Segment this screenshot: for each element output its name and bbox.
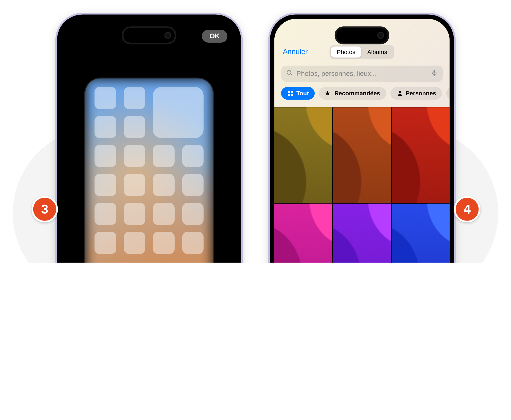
filter-chip-row: Tout ★ Recommandées Personnes 🐾 A (281, 87, 450, 100)
app-icon-placeholder (94, 87, 116, 109)
chip-people[interactable]: Personnes (390, 87, 442, 100)
chip-label: Tout (296, 90, 309, 97)
search-placeholder: Photos, personnes, lieux... (296, 70, 377, 78)
search-icon (286, 70, 293, 78)
svg-line-1 (290, 74, 292, 75)
svg-rect-6 (288, 94, 290, 96)
photo-thumbnail[interactable] (392, 204, 450, 263)
segment-photos[interactable]: Photos (331, 46, 361, 58)
step-badge-3: 3 (31, 196, 58, 222)
photo-grid (274, 107, 450, 263)
step-badge-4: 4 (454, 196, 480, 222)
photo-picker-sheet: Annuler Photos Albums Photos, personnes,… (274, 19, 450, 263)
widget-placeholder (153, 87, 203, 138)
cancel-button[interactable]: Annuler (283, 48, 308, 56)
microphone-icon[interactable] (431, 69, 438, 79)
photo-thumbnail[interactable] (392, 107, 450, 203)
chip-all[interactable]: Tout (281, 87, 315, 100)
photo-thumbnail[interactable] (333, 107, 391, 203)
svg-rect-2 (434, 70, 435, 74)
phone-mockup-right: Annuler Photos Albums Photos, personnes,… (268, 13, 456, 263)
app-icon-placeholder (124, 87, 145, 109)
segment-albums[interactable]: Albums (361, 46, 393, 58)
svg-rect-4 (288, 91, 290, 93)
chip-label: Recommandées (334, 90, 380, 97)
search-input[interactable]: Photos, personnes, lieux... (281, 66, 443, 82)
chip-label: Personnes (406, 90, 436, 97)
chip-featured[interactable]: ★ Recommandées (319, 87, 386, 100)
dynamic-island (122, 26, 176, 44)
svg-point-8 (399, 91, 401, 93)
photo-thumbnail[interactable] (333, 204, 391, 263)
dynamic-island (335, 26, 389, 44)
phone-mockup-left: OK (55, 13, 243, 263)
grid-icon (287, 90, 294, 97)
chip-pets-partial[interactable]: 🐾 A (446, 87, 450, 100)
svg-point-0 (287, 70, 291, 74)
star-icon: ★ (325, 90, 332, 97)
app-icon-placeholder (94, 116, 116, 138)
svg-rect-5 (291, 91, 293, 93)
app-icon-placeholder (124, 116, 145, 138)
photo-thumbnail[interactable] (274, 204, 332, 263)
photos-albums-segment[interactable]: Photos Albums (329, 45, 394, 59)
photo-thumbnail[interactable] (274, 107, 332, 203)
ok-button[interactable]: OK (202, 30, 227, 43)
home-screen-preview (85, 78, 213, 263)
svg-rect-7 (291, 94, 293, 96)
picker-nav-bar: Annuler Photos Albums (274, 43, 450, 60)
person-icon (396, 90, 403, 97)
